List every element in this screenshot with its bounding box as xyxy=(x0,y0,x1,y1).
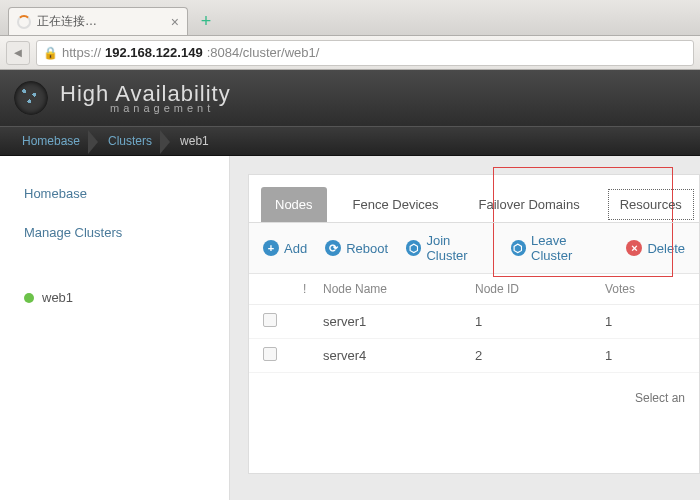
status-dot-icon xyxy=(24,293,34,303)
cell-votes: 1 xyxy=(605,314,685,329)
url-host: 192.168.122.149 xyxy=(105,45,203,60)
sidebar: Homebase Manage Clusters web1 xyxy=(0,156,230,500)
sidebar-item-homebase[interactable]: Homebase xyxy=(0,174,229,213)
loading-spinner-icon xyxy=(17,15,31,29)
power-icon: ⟳ xyxy=(325,240,341,256)
footer-hint: Select an xyxy=(249,373,699,423)
col-alert[interactable]: ! xyxy=(303,282,323,296)
address-bar: ◄ 🔒 https://192.168.122.149:8084/cluster… xyxy=(0,36,700,70)
cell-node-name: server4 xyxy=(323,348,475,363)
cell-node-id: 2 xyxy=(475,348,605,363)
breadcrumb-current: web1 xyxy=(170,127,227,155)
cell-votes: 1 xyxy=(605,348,685,363)
reboot-button[interactable]: ⟳Reboot xyxy=(325,240,388,256)
table-row[interactable]: server4 2 1 xyxy=(249,339,699,373)
plus-icon: + xyxy=(263,240,279,256)
col-node-name[interactable]: Node Name xyxy=(323,282,475,296)
main-content: Nodes Fence Devices Failover Domains Res… xyxy=(230,156,700,500)
lock-icon: 🔒 xyxy=(43,46,58,60)
logo-icon xyxy=(14,81,48,115)
table-header: ! Node Name Node ID Votes xyxy=(249,274,699,305)
add-button[interactable]: +Add xyxy=(263,240,307,256)
table-row[interactable]: server1 1 1 xyxy=(249,305,699,339)
sidebar-cluster-label: web1 xyxy=(42,290,73,305)
url-scheme: https:// xyxy=(62,45,101,60)
close-icon[interactable]: × xyxy=(171,14,179,30)
link-icon: ⬡ xyxy=(406,240,421,256)
tab-nodes[interactable]: Nodes xyxy=(261,187,327,222)
url-path: :8084/cluster/web1/ xyxy=(207,45,320,60)
tab-failover-domains[interactable]: Failover Domains xyxy=(465,187,594,222)
app-header: High Availability management xyxy=(0,70,700,126)
col-node-id[interactable]: Node ID xyxy=(475,282,605,296)
app-title: High Availability management xyxy=(60,83,231,114)
unlink-icon: ⬡ xyxy=(511,240,526,256)
tab-resources[interactable]: Resources xyxy=(606,187,696,222)
breadcrumb-clusters[interactable]: Clusters xyxy=(98,127,170,155)
delete-icon: × xyxy=(626,240,642,256)
breadcrumb-homebase[interactable]: Homebase xyxy=(12,127,98,155)
join-cluster-button[interactable]: ⬡Join Cluster xyxy=(406,233,493,263)
browser-tab[interactable]: 正在连接… × xyxy=(8,7,188,35)
breadcrumb: Homebase Clusters web1 xyxy=(0,126,700,156)
col-votes[interactable]: Votes xyxy=(605,282,685,296)
row-checkbox[interactable] xyxy=(263,313,277,327)
new-tab-button[interactable]: + xyxy=(194,9,218,33)
delete-button[interactable]: ×Delete xyxy=(626,240,685,256)
sidebar-item-manage-clusters[interactable]: Manage Clusters xyxy=(0,213,229,252)
row-checkbox[interactable] xyxy=(263,347,277,361)
leave-cluster-button[interactable]: ⬡Leave Cluster xyxy=(511,233,609,263)
tab-title: 正在连接… xyxy=(37,13,97,30)
url-input[interactable]: 🔒 https://192.168.122.149:8084/cluster/w… xyxy=(36,40,694,66)
panel: Nodes Fence Devices Failover Domains Res… xyxy=(248,174,700,474)
sidebar-item-cluster[interactable]: web1 xyxy=(0,280,229,315)
panel-tabs: Nodes Fence Devices Failover Domains Res… xyxy=(249,175,699,223)
toolbar: +Add ⟳Reboot ⬡Join Cluster ⬡Leave Cluste… xyxy=(249,223,699,274)
cell-node-id: 1 xyxy=(475,314,605,329)
browser-tab-strip: 正在连接… × + xyxy=(0,0,700,36)
back-button[interactable]: ◄ xyxy=(6,41,30,65)
cell-node-name: server1 xyxy=(323,314,475,329)
tab-fence-devices[interactable]: Fence Devices xyxy=(339,187,453,222)
